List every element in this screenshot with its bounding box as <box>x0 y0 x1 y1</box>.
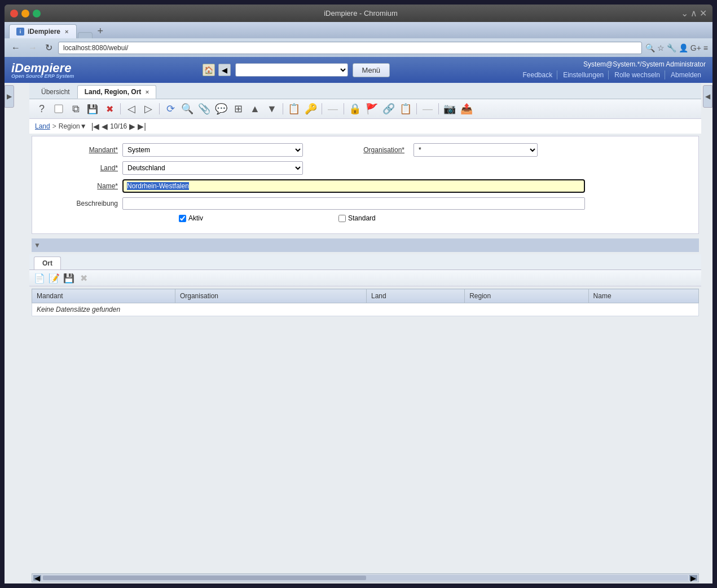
forward-btn[interactable]: → <box>26 42 39 54</box>
new-record-btn[interactable] <box>51 101 67 116</box>
next-record-btn[interactable]: ▶ <box>129 122 135 131</box>
copy-btn[interactable]: ⧉ <box>68 101 83 116</box>
prev-record-btn[interactable]: ◀ <box>102 122 108 131</box>
aktiv-item: Aktiv <box>179 214 203 222</box>
flag-btn[interactable]: 🚩 <box>364 101 380 116</box>
attachment-btn[interactable]: 📎 <box>196 101 212 116</box>
find-btn[interactable]: 🔍 <box>179 101 195 116</box>
browser-titlebar: iDempiere - Chromium ⌄ ∧ ✕ <box>5 5 712 22</box>
browser-win-controls: ⌄ ∧ ✕ <box>681 8 707 19</box>
tab-close-btn[interactable]: × <box>64 28 69 35</box>
window-close-btn[interactable] <box>10 10 18 17</box>
redo-btn[interactable]: ▷ <box>140 101 156 116</box>
tab-close-icon[interactable]: × <box>146 89 149 95</box>
browser-title: iDempiere - Chromium <box>41 9 681 17</box>
app-search-select[interactable] <box>235 63 348 77</box>
sidebar-collapse-left[interactable]: ▶ <box>5 85 14 108</box>
toolbar-sep-6 <box>416 103 417 114</box>
btn-blank-2[interactable]: — <box>420 101 436 116</box>
menu-btn[interactable]: Menü <box>353 63 390 77</box>
move-up-btn[interactable]: ▲ <box>247 101 263 116</box>
grid-btn[interactable]: ⊞ <box>230 101 246 116</box>
star-icon: ☆ <box>657 43 665 52</box>
last-record-btn[interactable]: ▶| <box>138 122 146 131</box>
report-btn[interactable]: 📋 <box>286 101 302 116</box>
mandant-label[interactable]: Mandant* <box>39 146 118 154</box>
lock-btn[interactable]: 🔒 <box>347 101 363 116</box>
link-btn[interactable]: 🔗 <box>381 101 397 116</box>
gplus-icon: G+ <box>690 43 701 52</box>
role-switch-link[interactable]: Rolle wechseln <box>610 70 665 79</box>
help-btn[interactable]: ? <box>34 101 50 116</box>
home-btn[interactable]: 🏠 <box>203 64 215 76</box>
region-breadcrumb[interactable]: Region▼ <box>59 122 87 130</box>
breadcrumb: Land > Region▼ |◀ ◀ 10/16 ▶ ▶| <box>29 119 701 134</box>
logout-link[interactable]: Abmelden <box>666 70 706 79</box>
window-max-btn[interactable] <box>33 10 41 17</box>
save-btn[interactable]: 💾 <box>85 101 100 116</box>
land-control: Deutschland <box>122 161 303 175</box>
new-tab-btn[interactable]: + <box>94 24 107 38</box>
refresh-records-btn[interactable]: ⟳ <box>162 101 178 116</box>
land-select[interactable]: Deutschland <box>122 161 303 175</box>
first-record-btn[interactable]: |◀ <box>91 122 100 131</box>
aktiv-checkbox[interactable] <box>179 215 186 222</box>
beschreibung-input[interactable] <box>122 197 585 210</box>
name-input[interactable] <box>122 179 585 193</box>
organisation-select[interactable]: * <box>414 143 538 157</box>
app-content: iDempiere Open Source ERP System 🏠 ◀ Men… <box>5 57 712 583</box>
name-label[interactable]: Name* <box>39 182 118 190</box>
chrome-menu-icon[interactable]: ≡ <box>703 43 708 52</box>
settings-link[interactable]: Einstellungen <box>558 70 609 79</box>
refresh-btn[interactable]: ↻ <box>43 41 55 54</box>
delete-btn[interactable]: ✖ <box>102 101 117 116</box>
table-empty-row: Keine Datensätze gefunden <box>32 303 699 316</box>
table-wrap: Mandant Organisation Land Region Name Ke… <box>32 289 699 316</box>
org-row: Organisation* * <box>337 143 538 157</box>
horizontal-scrollbar[interactable]: ◀ ▶ <box>32 573 699 582</box>
mandant-control: System <box>122 143 303 157</box>
standard-checkbox[interactable] <box>338 215 346 222</box>
workflow-btn[interactable]: 🔑 <box>303 101 319 116</box>
sub-edit-btn[interactable]: 📝 <box>47 272 61 284</box>
tab-favicon: i <box>16 28 24 36</box>
sub-new-btn[interactable]: 📄 <box>33 272 46 284</box>
toolbar-sep-5 <box>344 103 344 114</box>
scrollbar-track[interactable] <box>42 575 688 581</box>
app-header-links: Feedback Einstellungen Rolle wechseln Ab… <box>518 70 706 79</box>
app-header-center: 🏠 ◀ Menü <box>203 63 390 77</box>
chat-btn[interactable]: 💬 <box>213 101 229 116</box>
section-arrow[interactable]: ▼ <box>34 241 41 249</box>
aktiv-label: Aktiv <box>188 214 203 222</box>
move-down-btn[interactable]: ▼ <box>264 101 280 116</box>
back-app-btn[interactable]: ◀ <box>218 64 231 76</box>
clipboard-btn[interactable]: 📋 <box>398 101 414 116</box>
undo-btn[interactable]: ◁ <box>124 101 139 116</box>
sidebar-collapse-right[interactable]: ◀ <box>703 85 712 108</box>
land-breadcrumb-link[interactable]: Land <box>35 122 50 130</box>
sub-tab-ort[interactable]: Ort <box>34 257 61 269</box>
data-table: Mandant Organisation Land Region Name Ke… <box>32 289 699 316</box>
scroll-right-btn[interactable]: ▶ <box>689 575 697 581</box>
window-min-btn[interactable] <box>21 10 29 17</box>
mandant-select[interactable]: System <box>122 143 303 157</box>
sub-save-btn[interactable]: 💾 <box>62 272 76 284</box>
tab-bar: i iDempiere × + <box>5 22 712 38</box>
browser-tab-active[interactable]: i iDempiere × <box>9 24 77 38</box>
organisation-label[interactable]: Organisation* <box>337 146 404 154</box>
camera-btn[interactable]: 📷 <box>442 101 458 116</box>
land-label[interactable]: Land* <box>39 164 118 172</box>
back-btn[interactable]: ← <box>9 42 23 54</box>
browser-tab-new[interactable] <box>78 32 93 38</box>
btn-blank-1[interactable]: — <box>325 101 341 116</box>
table-header-row: Mandant Organisation Land Region Name <box>32 289 699 303</box>
app-logo: iDempiere Open Source ERP System <box>11 61 74 79</box>
scroll-left-btn[interactable]: ◀ <box>33 575 41 581</box>
address-input[interactable] <box>58 42 642 54</box>
export-btn[interactable]: 📤 <box>459 101 474 116</box>
feedback-link[interactable]: Feedback <box>518 70 557 79</box>
tab-land-region-ort[interactable]: Land, Region, Ort × <box>77 85 156 99</box>
tab-overview[interactable]: Übersicht <box>34 85 77 99</box>
mandant-row: Mandant* System Organisation* * <box>39 143 692 157</box>
sub-delete-btn[interactable]: ✖ <box>77 272 90 284</box>
